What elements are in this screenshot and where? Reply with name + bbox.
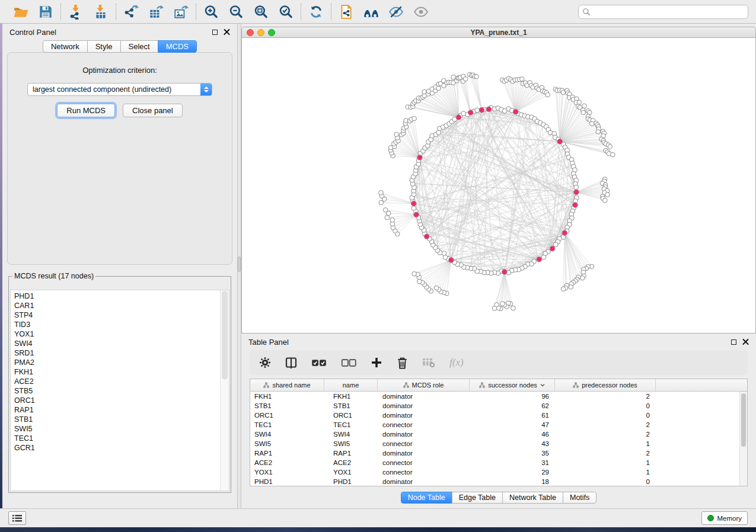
mcds-result-item[interactable]: CAR1	[14, 301, 229, 310]
close-panel-icon[interactable]	[224, 29, 230, 36]
table-row[interactable]: ACE2ACE2connector311	[250, 458, 747, 467]
tab-mcds[interactable]: MCDS	[158, 40, 197, 53]
mcds-result-item[interactable]: ACE2	[14, 377, 229, 386]
graph-node[interactable]	[574, 185, 579, 190]
search-network-button[interactable]	[363, 4, 379, 20]
mcds-result-item[interactable]: PHD1	[14, 291, 229, 301]
result-list-scrollbar[interactable]	[220, 290, 229, 491]
table-row[interactable]: SWI5SWI5connector431	[250, 439, 747, 448]
mcds-result-item[interactable]: TEC1	[14, 434, 229, 443]
save-session-button[interactable]	[37, 4, 54, 20]
graph-node[interactable]	[582, 104, 587, 108]
graph-hub-node[interactable]	[486, 107, 492, 112]
graph-hub-node[interactable]	[513, 109, 518, 114]
column-header-predecessor-nodes[interactable]: predecessor nodes	[555, 379, 656, 391]
select-all-button[interactable]	[311, 358, 327, 367]
export-network-button[interactable]	[123, 4, 139, 20]
graph-hub-node[interactable]	[479, 107, 484, 113]
graph-node[interactable]	[581, 110, 586, 115]
optimization-criterion-select[interactable]: largest connected component (undirected)	[27, 83, 212, 96]
graph-node[interactable]	[474, 74, 479, 79]
mcds-result-item[interactable]: STB1	[14, 415, 229, 424]
graph-node[interactable]	[589, 121, 594, 126]
tab-motifs[interactable]: Motifs	[563, 492, 596, 504]
graph-node[interactable]	[451, 75, 456, 80]
graph-node[interactable]	[605, 193, 610, 197]
mcds-result-item[interactable]: TID3	[14, 320, 229, 329]
open-session-button[interactable]	[12, 4, 29, 20]
hide-selected-button[interactable]	[388, 4, 404, 20]
graph-node[interactable]	[434, 286, 439, 290]
table-row[interactable]: PHD1PHD1dominator180	[250, 477, 747, 486]
mcds-result-item[interactable]: FKH1	[14, 367, 229, 377]
tab-style[interactable]: Style	[87, 40, 121, 53]
table-row[interactable]: SWI4SWI4dominator462	[250, 430, 747, 439]
close-panel-button[interactable]: Close panel	[123, 104, 183, 117]
graph-node[interactable]	[603, 198, 608, 203]
graph-node[interactable]	[417, 279, 422, 284]
graph-node[interactable]	[383, 208, 388, 213]
graph-node[interactable]	[475, 108, 480, 113]
graph-hub-node[interactable]	[502, 270, 507, 275]
zoom-fit-button[interactable]	[253, 4, 269, 20]
panel-splitter[interactable]	[237, 24, 241, 508]
graph-hub-node[interactable]	[456, 115, 461, 120]
graph-hub-node[interactable]	[417, 155, 423, 161]
add-row-button[interactable]	[371, 357, 382, 368]
mcds-result-item[interactable]: STB5	[14, 386, 229, 396]
show-log-button[interactable]	[8, 511, 26, 525]
graph-node[interactable]	[385, 215, 390, 220]
mcds-result-item[interactable]: RAP1	[14, 405, 229, 415]
graph-hub-node[interactable]	[411, 201, 416, 206]
graph-hub-node[interactable]	[424, 234, 429, 239]
table-row[interactable]: FKH1FKH1dominator962	[250, 392, 747, 401]
graph-node[interactable]	[412, 116, 417, 121]
global-search-field[interactable]	[578, 5, 748, 19]
table-scrollbar[interactable]	[739, 392, 747, 486]
import-table-button[interactable]	[92, 4, 109, 20]
mcds-result-item[interactable]: YOX1	[14, 329, 229, 339]
close-panel-icon[interactable]	[742, 339, 749, 345]
memory-button[interactable]: Memory	[701, 511, 748, 525]
graph-node[interactable]	[394, 132, 399, 137]
tab-node-table[interactable]: Node Table	[401, 492, 452, 504]
show-columns-button[interactable]	[285, 357, 297, 368]
graph-node[interactable]	[511, 306, 516, 310]
graph-node[interactable]	[596, 130, 601, 134]
graph-node[interactable]	[546, 92, 550, 97]
float-panel-icon[interactable]	[212, 30, 218, 35]
float-panel-icon[interactable]	[731, 339, 736, 345]
graph-hub-node[interactable]	[550, 246, 555, 251]
table-row[interactable]: RAP1RAP1dominator352	[250, 448, 747, 458]
clear-selection-button[interactable]	[341, 358, 356, 367]
network-window-titlebar[interactable]: YPA_prune.txt_1	[241, 27, 756, 38]
tab-network-table[interactable]: Network Table	[502, 492, 563, 504]
apply-layout-button[interactable]	[308, 4, 324, 20]
column-header-name[interactable]: name	[324, 379, 378, 391]
tab-network[interactable]: Network	[43, 40, 88, 53]
column-header-shared-name[interactable]: shared name	[250, 379, 324, 391]
graph-hub-node[interactable]	[574, 190, 579, 195]
graph-hub-node[interactable]	[414, 212, 419, 217]
show-all-button[interactable]	[413, 4, 429, 20]
zoom-selected-button[interactable]	[277, 4, 294, 20]
export-document-button[interactable]	[338, 4, 355, 20]
graph-node[interactable]	[412, 206, 416, 211]
graph-hub-node[interactable]	[449, 258, 454, 263]
mcds-result-item[interactable]: GCR1	[14, 443, 229, 453]
graph-node[interactable]	[541, 255, 546, 259]
network-graph[interactable]	[242, 38, 755, 334]
graph-node[interactable]	[520, 77, 525, 82]
mcds-result-item[interactable]: STP4	[14, 310, 229, 320]
mcds-result-item[interactable]: ORC1	[14, 396, 229, 405]
splitter-grip[interactable]	[238, 257, 241, 272]
network-canvas[interactable]	[241, 38, 756, 334]
zoom-out-button[interactable]	[228, 4, 244, 20]
table-row[interactable]: ORC1ORC1dominator610	[250, 411, 747, 420]
run-mcds-button[interactable]: Run MCDS	[57, 104, 115, 117]
graph-node[interactable]	[608, 145, 613, 149]
graph-hub-node[interactable]	[562, 230, 567, 236]
mcds-result-item[interactable]: SRD1	[14, 348, 229, 358]
scrollbar-thumb[interactable]	[741, 393, 746, 447]
mcds-result-item[interactable]: SWI4	[14, 339, 229, 348]
